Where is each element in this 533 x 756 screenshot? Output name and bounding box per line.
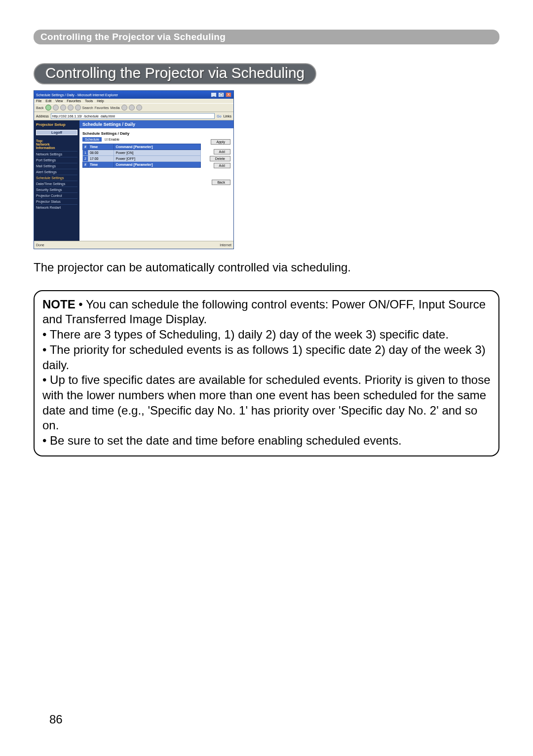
row1-num: 1 — [83, 150, 88, 156]
section-title-wrap: Controlling the Projector via Scheduling — [34, 63, 499, 84]
ie-menubar: File Edit View Favorites Tools Help — [34, 99, 233, 103]
manual-page: Controlling the Projector via Scheduling… — [0, 0, 533, 756]
sidebar-item-projector-control[interactable]: Projector Control — [36, 192, 77, 198]
subheader: Schedule Settings / Daily — [82, 131, 230, 136]
menu-help[interactable]: Help — [97, 99, 104, 103]
row1-time: 08:00 — [88, 150, 114, 156]
inp-col-time: Time — [88, 162, 114, 168]
row2-time: 17:00 — [88, 156, 114, 162]
enable-row: Schedule ☑ Enable — [82, 138, 230, 142]
sidebar-item-mail-settings[interactable]: Mail Settings — [36, 163, 77, 169]
inp-col-num: # — [83, 162, 88, 168]
back-label[interactable]: Back — [36, 106, 44, 110]
row1-cmd: Power [ON] — [114, 150, 201, 156]
note-box: NOTE • You can schedule the following co… — [34, 290, 499, 456]
delete-button[interactable]: Delete — [210, 156, 230, 161]
note-line2: • There are 3 types of Scheduling, 1) da… — [42, 328, 449, 341]
header-text: Controlling the Projector via Scheduling — [40, 32, 226, 42]
menu-file[interactable]: File — [36, 99, 41, 103]
note-line1: • You can schedule the following control… — [42, 298, 486, 326]
media-label[interactable]: Media — [111, 106, 120, 110]
sidebar-item-network-restart[interactable]: Network Restart — [36, 204, 77, 210]
ie-addressbar: Address Go Links — [34, 112, 233, 120]
main-header: Schedule Settings / Daily — [79, 120, 233, 128]
back-button[interactable]: Back — [212, 180, 230, 185]
note-label: NOTE — [42, 298, 76, 311]
menu-edit[interactable]: Edit — [45, 99, 51, 103]
tool-icon2[interactable] — [129, 105, 135, 111]
ie-toolbar: Back Search Favorites Media — [34, 103, 233, 112]
sidebar-item-port-settings[interactable]: Port Settings — [36, 157, 77, 163]
win-buttons: _ ▢ X — [210, 92, 231, 97]
add-button-2[interactable]: Add — [214, 163, 230, 168]
note-line3: • The priority for scheduled events is a… — [42, 343, 486, 372]
close-button[interactable]: X — [226, 92, 231, 97]
links-label[interactable]: Links — [224, 114, 231, 118]
row2-cmd: Power [OFF] — [114, 156, 201, 162]
refresh-icon[interactable] — [68, 105, 74, 111]
col-num: # — [83, 144, 88, 150]
status-right: Internet — [220, 243, 231, 247]
enable-label: Schedule — [82, 137, 102, 142]
projector-sidebar: Projector Setup Logoff Top: Network Info… — [34, 120, 79, 241]
ie-titlebar: Schedule Settings / Daily - Microsoft In… — [34, 91, 233, 99]
page-number: 86 — [49, 713, 63, 726]
table-row[interactable]: 1 08:00 Power [ON] — [83, 150, 201, 156]
status-left: Done — [36, 243, 44, 247]
maximize-button[interactable]: ▢ — [218, 92, 224, 97]
note-line5: • Be sure to set the date and time befor… — [42, 434, 402, 447]
go-button[interactable]: Go — [217, 114, 221, 118]
intro-paragraph: The projector can be automatically contr… — [34, 260, 499, 275]
col-command: Command [Parameter] — [114, 144, 201, 150]
sidebar-item-alert-settings[interactable]: Alert Settings — [36, 169, 77, 175]
sidebar-item-schedule-settings[interactable]: Schedule Settings — [36, 175, 77, 181]
sidebar-item-datetime-settings[interactable]: Date/Time Settings — [36, 181, 77, 187]
tool-icon[interactable] — [121, 105, 127, 111]
apply-button[interactable]: Apply — [211, 139, 230, 145]
header-bar: Controlling the Projector via Scheduling — [34, 30, 499, 44]
ie-statusbar: Done Internet — [34, 241, 233, 249]
schedule-table: # Time Command [Parameter] 1 08:00 Power… — [82, 144, 201, 168]
section-title: Controlling the Projector via Scheduling — [34, 63, 316, 84]
home-icon[interactable] — [75, 105, 81, 111]
sidebar-item-network-settings[interactable]: Network Settings — [36, 151, 77, 157]
fwd-icon[interactable] — [53, 105, 59, 111]
sidebar-title: Projector Setup — [36, 122, 77, 127]
menu-view[interactable]: View — [55, 99, 63, 103]
sidebar-menu: Top: Network Information Network Setting… — [36, 138, 77, 210]
enable-value[interactable]: Enable — [109, 138, 119, 141]
back-icon[interactable] — [45, 105, 51, 111]
stop-icon[interactable] — [60, 105, 66, 111]
table-row[interactable]: 2 17:00 Power [OFF] — [83, 156, 201, 162]
add-button[interactable]: Add — [214, 149, 230, 154]
favorites-label[interactable]: Favorites — [95, 106, 109, 110]
logoff-button[interactable]: Logoff — [36, 130, 77, 135]
address-label: Address — [36, 114, 49, 118]
sidebar-item-projector-status[interactable]: Projector Status — [36, 198, 77, 204]
inp-col-cmd: Command [Parameter] — [114, 162, 201, 168]
tool-icon3[interactable] — [136, 105, 142, 111]
ie-body: Projector Setup Logoff Top: Network Info… — [34, 120, 233, 241]
minimize-button[interactable]: _ — [211, 92, 217, 97]
address-input[interactable] — [51, 113, 215, 119]
sidebar-item-security-settings[interactable]: Security Settings — [36, 187, 77, 192]
table-header-row: # Time Command [Parameter] — [83, 144, 201, 150]
note-line4: • Up to five specific dates are availabl… — [42, 373, 491, 432]
menu-tools[interactable]: Tools — [85, 99, 93, 103]
ie-window: Schedule Settings / Daily - Microsoft In… — [34, 90, 234, 249]
table-input-row: # Time Command [Parameter] — [83, 162, 201, 168]
sidebar-top[interactable]: Top: Network Information — [36, 138, 77, 151]
search-label[interactable]: Search — [82, 106, 93, 110]
menu-favorites[interactable]: Favorites — [67, 99, 81, 103]
ie-title-text: Schedule Settings / Daily - Microsoft In… — [36, 93, 118, 97]
main-content: Schedule Settings / Daily Schedule ☑ Ena… — [79, 128, 233, 241]
row2-num: 2 — [83, 156, 88, 162]
col-time: Time — [88, 144, 114, 150]
main-panel: Schedule Settings / Daily Schedule Setti… — [79, 120, 233, 241]
